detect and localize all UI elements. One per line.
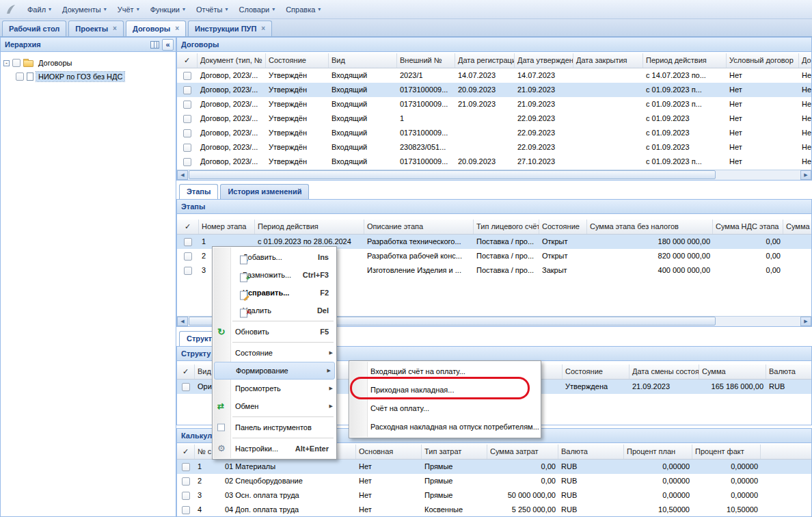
table-row[interactable]: Договор, 2023/...УтверждёнВходящий017310… (177, 97, 811, 111)
table-cell[interactable]: Утверждён (266, 126, 329, 140)
table-cell[interactable] (783, 263, 811, 278)
table-cell[interactable]: Договор, 2023/... (198, 155, 266, 169)
table-cell[interactable]: Поставка / про... (474, 235, 539, 249)
table-cell[interactable]: Открыт (539, 249, 587, 263)
column-header[interactable]: Сумма затрат (487, 445, 558, 459)
table-cell[interactable]: 2023/1 (397, 68, 455, 83)
table-cell[interactable]: 0,00 (713, 235, 783, 249)
table-cell[interactable]: Закрыт (539, 263, 587, 278)
column-header[interactable]: Состояние (563, 364, 630, 379)
context-menu-item[interactable]: Исправить...F2 (213, 284, 336, 302)
table-cell[interactable]: 10,50000 (692, 503, 761, 517)
column-header[interactable]: ✓ (177, 445, 195, 459)
table-cell[interactable]: 0173100009... (397, 126, 455, 140)
table-cell[interactable]: Нет (727, 155, 799, 169)
column-header[interactable]: Процент план (624, 445, 692, 459)
column-header[interactable]: ✓ (177, 364, 195, 379)
column-header[interactable]: Состояние (539, 220, 587, 234)
menubar-item[interactable]: Учёт▾ (112, 3, 145, 16)
table-cell[interactable] (573, 83, 643, 97)
row-checkbox[interactable] (184, 238, 192, 246)
table-cell[interactable]: Нет (356, 503, 422, 517)
column-header[interactable]: ✓ (177, 53, 198, 68)
table-cell[interactable] (573, 155, 643, 169)
row-checkbox[interactable] (182, 477, 190, 486)
table-cell[interactable]: 0,00000 (624, 488, 692, 503)
table-cell[interactable]: 0,00 (487, 474, 558, 488)
table-cell[interactable] (573, 140, 643, 155)
table-cell[interactable]: 01 Материалы (222, 460, 356, 474)
table-cell[interactable]: 820 000 000,00 (587, 249, 713, 263)
table-cell[interactable]: 20.09.2023 (455, 155, 515, 169)
table-cell[interactable]: Нет (727, 83, 799, 97)
table-cell[interactable] (573, 126, 643, 140)
table-cell[interactable] (455, 140, 515, 155)
submenu-item[interactable]: Приходная накладная... (349, 381, 541, 399)
table-cell[interactable]: 230823/051... (397, 140, 455, 155)
table-row[interactable]: Договор, 2023/...УтверждёнВходящий017310… (177, 126, 811, 140)
table-cell[interactable]: 21.09.2023 (455, 97, 515, 111)
column-header[interactable]: Дата смены состоя (630, 364, 699, 379)
column-header[interactable]: Период действия (643, 53, 727, 68)
table-cell[interactable]: Договор, 2023/... (198, 140, 266, 155)
tree-checkbox[interactable] (12, 59, 21, 67)
row-checkbox[interactable] (183, 144, 191, 152)
table-cell[interactable]: 02 Спецоборудование (222, 474, 356, 488)
column-header[interactable]: Период действия (255, 220, 364, 234)
table-cell[interactable]: Договор, 2023/... (198, 68, 266, 83)
workspace-tab[interactable]: Рабочий стол (2, 21, 66, 36)
column-header[interactable]: Валюта (558, 445, 624, 459)
context-menu-item[interactable]: Панель инструментов (213, 419, 336, 436)
context-menu-item[interactable]: ⚙Настройки...Alt+Enter (213, 440, 336, 458)
column-header[interactable]: Вид (329, 53, 397, 68)
table-row[interactable]: Договор, 2023/...УтверждёнВходящий2023/1… (177, 68, 811, 83)
scroll-thumb[interactable] (189, 170, 716, 179)
table-cell[interactable]: 22.09.2023 (515, 140, 573, 155)
row-checkbox[interactable] (182, 492, 190, 500)
submenu-item[interactable]: Счёт на оплату... (349, 399, 541, 418)
table-cell[interactable]: Не... (799, 68, 811, 83)
table-cell[interactable]: RUB (558, 460, 624, 474)
table-cell[interactable]: с 01.09.2023 (643, 111, 727, 126)
column-header[interactable]: Внешний № (397, 53, 455, 68)
table-cell[interactable] (783, 249, 811, 263)
table-cell[interactable] (573, 97, 643, 111)
menubar-item[interactable]: Функции▾ (145, 3, 191, 16)
column-header[interactable]: Условный договор (727, 53, 799, 68)
table-row[interactable]: 404 Доп. оплата трудаНетКосвенные5 250 0… (177, 503, 811, 517)
column-header[interactable]: Тип затрат (422, 445, 487, 459)
submenu-item[interactable]: Расходная накладная на отпуск потребител… (349, 418, 541, 436)
table-cell[interactable]: с 01.09.2023 (643, 140, 727, 155)
table-row[interactable]: 303 Осн. оплата трудаНетПрямые50 000 000… (177, 488, 811, 503)
table-cell[interactable]: Договор, 2023/... (198, 83, 266, 97)
table-row[interactable]: 101 МатериалыНетПрямые0,00RUB0,000000,00… (177, 460, 811, 474)
table-cell[interactable]: 21.09.2023 (515, 83, 573, 97)
row-checkbox[interactable] (182, 383, 190, 391)
row-checkbox[interactable] (183, 86, 191, 94)
table-cell[interactable]: 20.09.2023 (455, 83, 515, 97)
table-cell[interactable]: 5 250 000,00 (487, 503, 558, 517)
table-cell[interactable]: Нет (727, 97, 799, 111)
table-cell[interactable]: с 01.09.2023 п... (643, 97, 727, 111)
table-cell[interactable]: 22.09.2023 (515, 111, 573, 126)
table-cell[interactable]: Утверждён (266, 97, 329, 111)
table-cell[interactable]: Нет (727, 68, 799, 83)
table-cell[interactable]: RUB (766, 380, 811, 394)
column-header[interactable]: Описание этапа (364, 220, 474, 234)
table-row[interactable]: 202 СпецоборудованиеНетПрямые0,00RUB0,00… (177, 474, 811, 488)
table-cell[interactable]: Утверждён (266, 140, 329, 155)
submenu-item[interactable]: Входящий счёт на оплату... (349, 362, 541, 381)
table-cell[interactable]: 50 000 000,00 (487, 488, 558, 503)
table-cell[interactable]: Изготовление Изделия и ... (364, 263, 474, 278)
table-cell[interactable]: Договор, 2023/... (198, 111, 266, 126)
workspace-tab[interactable]: Договоры× (126, 21, 186, 36)
row-checkbox[interactable] (183, 158, 191, 166)
menubar-item[interactable]: Файл▾ (22, 3, 57, 16)
table-cell[interactable]: Не... (799, 97, 811, 111)
table-cell[interactable] (573, 111, 643, 126)
table-cell[interactable]: 1 (195, 460, 222, 474)
table-cell[interactable]: с 01.09.2023 (643, 126, 727, 140)
column-header[interactable]: Документ (тип, № (198, 53, 266, 68)
context-menu-item[interactable]: УдалитьDel (213, 302, 336, 319)
table-cell[interactable]: 165 186 000,00 (699, 380, 766, 394)
